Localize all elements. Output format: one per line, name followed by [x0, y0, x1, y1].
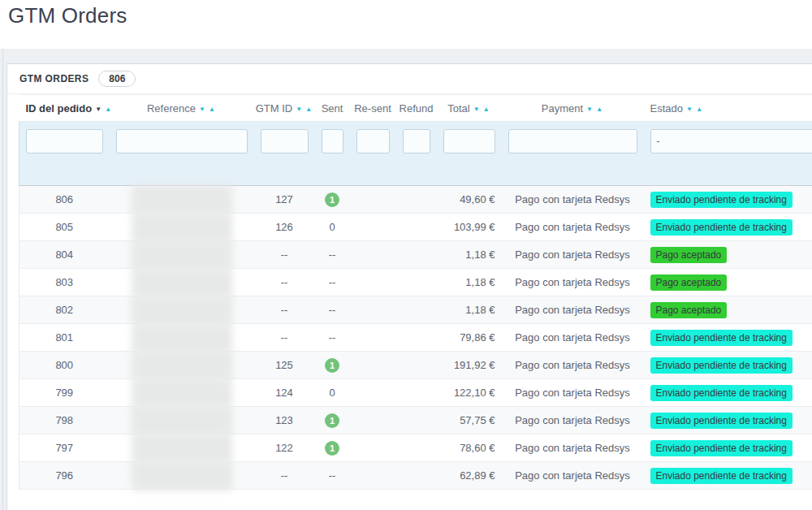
- orders-table: ID del pedido▼ ▲ Reference▼ ▲ GTM ID▼ ▲ …: [19, 94, 812, 490]
- filter-estado-select[interactable]: -: [650, 129, 812, 153]
- filter-refund-input[interactable]: [403, 129, 430, 153]
- sent-cell: --: [315, 241, 350, 269]
- reference-cell: [110, 379, 254, 407]
- column-header-estado[interactable]: Estado▼ ▲: [644, 95, 812, 122]
- reference-cell: [110, 214, 254, 241]
- gtm-id-cell: 125: [254, 352, 315, 379]
- column-header-reference[interactable]: Reference▼ ▲: [110, 95, 254, 122]
- sort-asc-icon[interactable]: ▲: [483, 106, 490, 113]
- order-row[interactable]: 804 -- -- 1,18 € Pago con tarjeta Redsys…: [19, 241, 812, 269]
- filter-resent-input[interactable]: [356, 129, 390, 153]
- payment-cell: Pago con tarjeta Redsys: [502, 379, 644, 407]
- order-row[interactable]: 803 -- -- 1,18 € Pago con tarjeta Redsys…: [19, 269, 812, 296]
- payment-cell: Pago con tarjeta Redsys: [502, 241, 644, 269]
- estado-cell: Pago aceptado: [644, 241, 812, 269]
- gtm-id-value: --: [281, 331, 288, 344]
- resent-cell: [350, 434, 396, 462]
- column-header-estado-label: Estado: [650, 102, 683, 115]
- column-header-id[interactable]: ID del pedido▼ ▲: [19, 95, 110, 122]
- sort-asc-icon[interactable]: ▲: [696, 106, 703, 113]
- sent-success-badge: 1: [325, 358, 339, 373]
- gtm-id-cell: --: [254, 462, 315, 490]
- payment-value: Pago con tarjeta Redsys: [515, 221, 630, 233]
- gtm-id-value: 122: [275, 442, 293, 454]
- order-row[interactable]: 799 124 0 122,10 € Pago con tarjeta Reds…: [19, 379, 812, 407]
- reference-redacted: [132, 268, 232, 297]
- sort-asc-icon[interactable]: ▲: [596, 106, 603, 113]
- estado-badge: Enviado pendiente de tracking: [650, 192, 793, 208]
- payment-value: Pago con tarjeta Redsys: [515, 359, 630, 371]
- reference-redacted: [132, 296, 232, 325]
- sort-desc-icon[interactable]: ▼: [686, 106, 693, 113]
- estado-badge: Enviado pendiente de tracking: [650, 385, 793, 401]
- filter-row: -: [19, 122, 812, 186]
- column-header-resent: Re-sent: [350, 95, 396, 122]
- sort-asc-icon[interactable]: ▲: [305, 106, 313, 113]
- filter-sent-input[interactable]: [322, 129, 343, 153]
- sort-desc-icon[interactable]: ▼: [199, 106, 206, 113]
- sort-asc-icon[interactable]: ▲: [105, 106, 112, 113]
- estado-cell: Enviado pendiente de tracking: [644, 324, 812, 352]
- refund-cell: [396, 214, 437, 241]
- sort-desc-icon[interactable]: ▼: [95, 106, 102, 113]
- filter-payment-input[interactable]: [508, 129, 637, 153]
- column-header-sent: Sent: [315, 95, 350, 122]
- estado-badge: Pago aceptado: [650, 302, 728, 318]
- order-row[interactable]: 805 126 0 103,99 € Pago con tarjeta Reds…: [19, 214, 812, 241]
- column-header-total[interactable]: Total▼ ▲: [437, 95, 502, 122]
- orders-count-badge: 806: [98, 71, 136, 87]
- order-row[interactable]: 797 122 1 78,60 € Pago con tarjeta Redsy…: [19, 434, 812, 462]
- sort-desc-icon[interactable]: ▼: [473, 106, 481, 113]
- order-id-cell: 803: [19, 269, 110, 296]
- filter-total-input[interactable]: [443, 129, 495, 153]
- header-row: ID del pedido▼ ▲ Reference▼ ▲ GTM ID▼ ▲ …: [19, 95, 812, 122]
- column-header-gtm-id[interactable]: GTM ID▼ ▲: [254, 95, 315, 122]
- sent-cell: 0: [315, 379, 350, 407]
- refund-cell: [396, 269, 437, 296]
- gtm-orders-panel: GTM ORDERS 806 ID del pedido▼ ▲ Referenc…: [6, 63, 812, 510]
- sent-cell: --: [315, 462, 350, 490]
- order-id-cell: 796: [19, 462, 110, 490]
- order-id: 806: [55, 193, 73, 205]
- resent-cell: [350, 214, 396, 241]
- reference-redacted: [132, 434, 232, 463]
- sent-value: 0: [329, 387, 335, 399]
- gtm-id-cell: --: [254, 241, 315, 269]
- reference-cell: [110, 296, 254, 324]
- sort-asc-icon[interactable]: ▲: [209, 106, 216, 113]
- order-id-cell: 800: [19, 352, 110, 379]
- resent-cell: [350, 352, 396, 379]
- order-row[interactable]: 801 -- -- 79,86 € Pago con tarjeta Redsy…: [19, 324, 812, 352]
- sort-desc-icon[interactable]: ▼: [586, 106, 594, 113]
- filter-id-input[interactable]: [26, 129, 103, 153]
- payment-cell: Pago con tarjeta Redsys: [502, 434, 644, 462]
- refund-cell: [396, 434, 437, 462]
- total-value: 1,18 €: [465, 304, 495, 316]
- reference-cell: [110, 407, 254, 434]
- total-cell: 1,18 €: [437, 241, 502, 269]
- order-row[interactable]: 802 -- -- 1,18 € Pago con tarjeta Redsys…: [19, 296, 812, 324]
- gtm-id-value: 123: [275, 414, 293, 426]
- order-row[interactable]: 800 125 1 191,92 € Pago con tarjeta Reds…: [19, 352, 812, 379]
- order-row[interactable]: 806 127 1 49,60 € Pago con tarjeta Redsy…: [19, 186, 812, 214]
- estado-cell: Pago aceptado: [644, 296, 812, 324]
- payment-cell: Pago con tarjeta Redsys: [502, 462, 644, 490]
- filter-gtm-id-input[interactable]: [261, 129, 309, 153]
- column-header-refund-label: Refund: [400, 102, 434, 115]
- gtm-id-cell: 124: [254, 379, 315, 407]
- payment-cell: Pago con tarjeta Redsys: [502, 296, 644, 324]
- order-row[interactable]: 798 123 1 57,75 € Pago con tarjeta Redsy…: [19, 407, 812, 434]
- panel-heading-label: GTM ORDERS: [19, 73, 89, 84]
- payment-value: Pago con tarjeta Redsys: [515, 414, 630, 426]
- estado-cell: Enviado pendiente de tracking: [644, 462, 812, 490]
- order-row[interactable]: 796 -- -- 62,89 € Pago con tarjeta Redsy…: [19, 462, 812, 490]
- column-header-payment[interactable]: Payment▼ ▲: [502, 95, 644, 122]
- column-header-sent-label: Sent: [322, 102, 343, 115]
- payment-cell: Pago con tarjeta Redsys: [502, 407, 644, 434]
- sort-desc-icon[interactable]: ▼: [296, 106, 303, 113]
- estado-cell: Enviado pendiente de tracking: [644, 379, 812, 407]
- payment-value: Pago con tarjeta Redsys: [515, 249, 630, 261]
- gtm-id-value: --: [281, 304, 288, 316]
- filter-reference-input[interactable]: [116, 129, 248, 153]
- reference-redacted: [132, 185, 232, 214]
